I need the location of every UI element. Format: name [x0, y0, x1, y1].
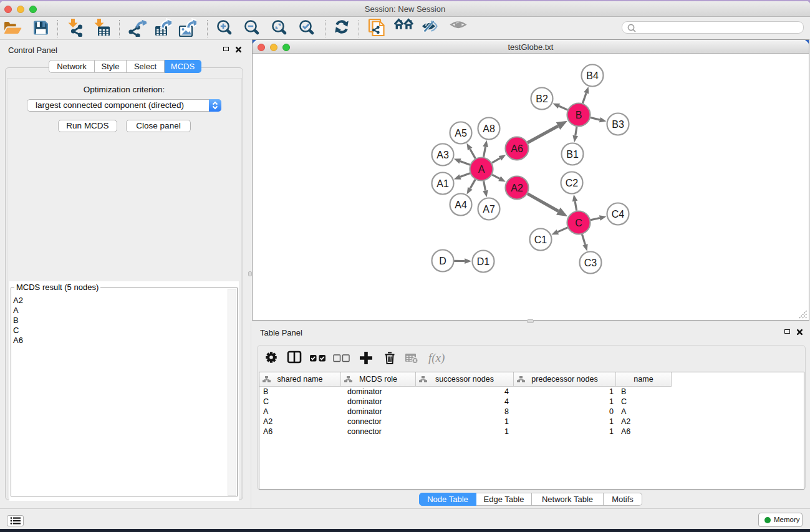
svg-text:C4: C4: [612, 209, 625, 220]
svg-text:A: A: [478, 164, 485, 175]
svg-text:A5: A5: [455, 128, 467, 138]
svg-text:A2: A2: [511, 183, 523, 193]
svg-text:B2: B2: [536, 94, 548, 104]
svg-text:C1: C1: [534, 235, 547, 245]
svg-text:A8: A8: [483, 123, 495, 134]
svg-text:B1: B1: [566, 149, 579, 160]
svg-text:C: C: [575, 218, 582, 228]
svg-text:D1: D1: [477, 256, 490, 267]
svg-text:A6: A6: [511, 143, 523, 154]
svg-text:A1: A1: [436, 178, 449, 189]
svg-text:A4: A4: [455, 200, 467, 210]
svg-text:A3: A3: [436, 150, 449, 160]
svg-text:A7: A7: [483, 204, 495, 215]
svg-text:D: D: [439, 256, 446, 266]
svg-text:B: B: [576, 110, 582, 120]
svg-text:C3: C3: [584, 258, 597, 268]
svg-text:B4: B4: [586, 70, 599, 81]
svg-text:B3: B3: [612, 119, 624, 130]
svg-text:C2: C2: [566, 178, 579, 188]
